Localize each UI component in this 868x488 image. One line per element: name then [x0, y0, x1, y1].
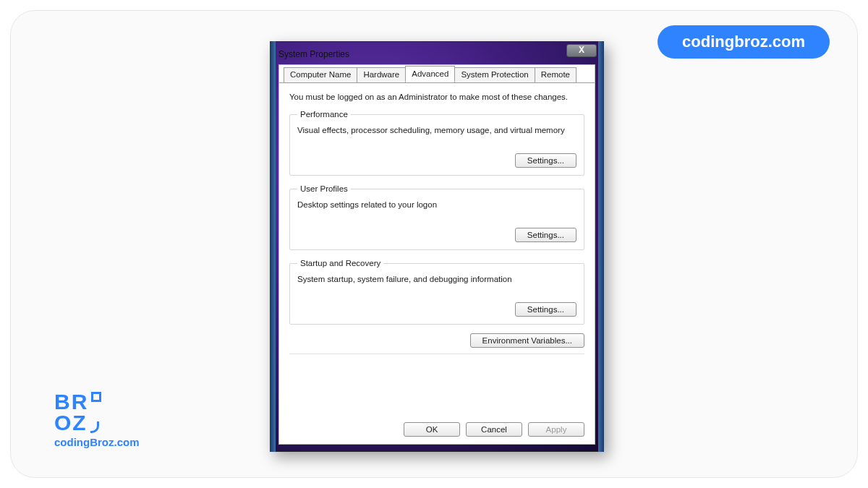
tab-system-protection[interactable]: System Protection [454, 67, 535, 83]
user-profiles-legend: User Profiles [297, 184, 351, 193]
dialog-panel: Computer Name Hardware Advanced System P… [278, 64, 595, 445]
dialog-titlebar[interactable]: System Properties [276, 46, 598, 63]
environment-variables-button[interactable]: Environment Variables... [470, 333, 584, 348]
tab-computer-name[interactable]: Computer Name [284, 67, 357, 83]
tab-advanced[interactable]: Advanced [405, 66, 455, 82]
tab-content-advanced: You must be logged on as an Administrato… [289, 93, 584, 437]
site-logo: BR OZ codingBroz.com [54, 392, 140, 448]
startup-recovery-group: Startup and Recovery System startup, sys… [289, 259, 584, 325]
tab-hardware[interactable]: Hardware [357, 67, 406, 83]
dialog-button-row: OK Cancel Apply [404, 422, 584, 437]
close-icon: X [579, 45, 584, 55]
site-badge: codingbroz.com [658, 25, 830, 59]
close-button[interactable]: X [566, 44, 597, 57]
admin-warning-text: You must be logged on as an Administrato… [289, 93, 584, 101]
system-properties-dialog: System Properties X Computer Name Hardwa… [270, 41, 604, 452]
user-profiles-desc: Desktop settings related to your logon [297, 200, 576, 209]
dialog-title: System Properties [278, 49, 349, 59]
cancel-button[interactable]: Cancel [466, 422, 522, 437]
performance-settings-button[interactable]: Settings... [515, 153, 576, 168]
performance-legend: Performance [297, 110, 351, 119]
apply-button[interactable]: Apply [528, 422, 584, 437]
separator [289, 354, 584, 354]
startup-recovery-desc: System startup, system failure, and debu… [297, 275, 576, 283]
performance-group: Performance Visual effects, processor sc… [289, 110, 584, 176]
user-profiles-group: User Profiles Desktop settings related t… [289, 184, 584, 250]
tabstrip: Computer Name Hardware Advanced System P… [284, 64, 576, 80]
startup-recovery-legend: Startup and Recovery [297, 259, 383, 267]
ok-button[interactable]: OK [404, 422, 460, 437]
performance-desc: Visual effects, processor scheduling, me… [297, 126, 576, 134]
tab-remote[interactable]: Remote [535, 67, 576, 83]
page-card: codingbroz.com BR OZ codingBroz.com Syst… [10, 10, 858, 478]
startup-recovery-settings-button[interactable]: Settings... [515, 302, 576, 317]
user-profiles-settings-button[interactable]: Settings... [515, 228, 576, 242]
